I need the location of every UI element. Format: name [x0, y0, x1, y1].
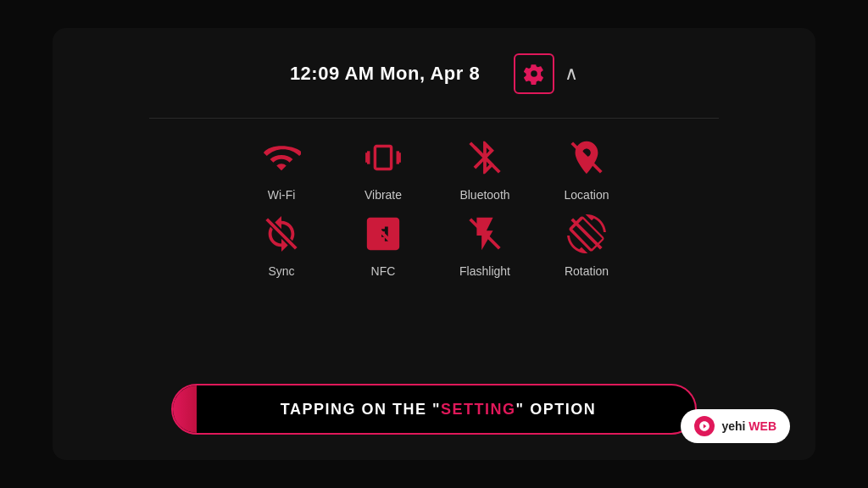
banner-text: TAPPING ON THE "SETTING" OPTION	[272, 401, 596, 419]
toggle-wifi[interactable]: Wi-Fi	[243, 134, 320, 202]
datetime-display: 12:09 AM Mon, Apr 8	[290, 63, 480, 85]
banner-highlight: SETTING	[441, 401, 516, 418]
bluetooth-icon	[461, 134, 509, 181]
vibrate-icon	[359, 134, 407, 181]
vibrate-label: Vibrate	[364, 188, 402, 202]
wifi-icon	[258, 134, 305, 181]
toggle-location[interactable]: Location	[548, 134, 625, 202]
rotation-icon-svg	[567, 214, 606, 253]
toggle-row-1: Wi-Fi Vibrate	[243, 134, 625, 202]
toggle-row-2: Sync NFC	[243, 210, 625, 278]
toggle-sync[interactable]: Sync	[243, 210, 320, 278]
bluetooth-icon-svg	[465, 138, 504, 177]
toggle-nfc[interactable]: NFC	[345, 210, 421, 278]
settings-button[interactable]	[514, 53, 554, 94]
main-screen: 12:09 AM Mon, Apr 8 ∧ Wi-Fi	[53, 28, 815, 460]
nfc-icon-svg	[364, 214, 403, 253]
yehiweb-red-text: WEB	[748, 419, 776, 433]
bluetooth-label: Bluetooth	[459, 188, 509, 202]
yehiweb-logo-icon	[694, 416, 715, 436]
toggle-bluetooth[interactable]: Bluetooth	[447, 134, 523, 202]
flashlight-icon-svg	[465, 214, 504, 253]
svg-rect-0	[375, 147, 391, 169]
toggle-flashlight[interactable]: Flashlight	[447, 210, 523, 278]
wifi-label: Wi-Fi	[268, 188, 296, 202]
sync-label: Sync	[268, 264, 294, 278]
sync-icon-svg	[262, 214, 301, 253]
nfc-label: NFC	[371, 264, 396, 278]
location-icon	[563, 134, 610, 181]
flashlight-icon	[461, 210, 509, 258]
flashlight-label: Flashlight	[459, 264, 510, 278]
yehiweb-badge: yehi WEB	[681, 409, 790, 443]
header-bar: 12:09 AM Mon, Apr 8 ∧	[78, 45, 790, 111]
gear-icon	[523, 63, 545, 85]
nfc-icon	[359, 210, 407, 258]
location-icon-svg	[567, 138, 606, 177]
yehiweb-text: yehi WEB	[721, 419, 776, 433]
chevron-up-icon[interactable]: ∧	[565, 63, 578, 85]
location-label: Location	[565, 188, 609, 202]
banner-accent	[171, 384, 197, 435]
instruction-banner: TAPPING ON THE "SETTING" OPTION	[171, 384, 697, 435]
toggle-vibrate[interactable]: Vibrate	[345, 134, 421, 202]
sync-icon	[258, 210, 305, 258]
divider-top	[149, 118, 719, 119]
rotation-icon	[563, 210, 610, 258]
yehiweb-logo-svg	[698, 420, 710, 432]
quick-toggles: Wi-Fi Vibrate	[78, 134, 790, 278]
wifi-icon-svg	[262, 138, 301, 177]
vibrate-icon-svg	[364, 138, 403, 177]
rotation-label: Rotation	[565, 264, 609, 278]
toggle-rotation[interactable]: Rotation	[548, 210, 625, 278]
header-controls: ∧	[514, 53, 578, 94]
